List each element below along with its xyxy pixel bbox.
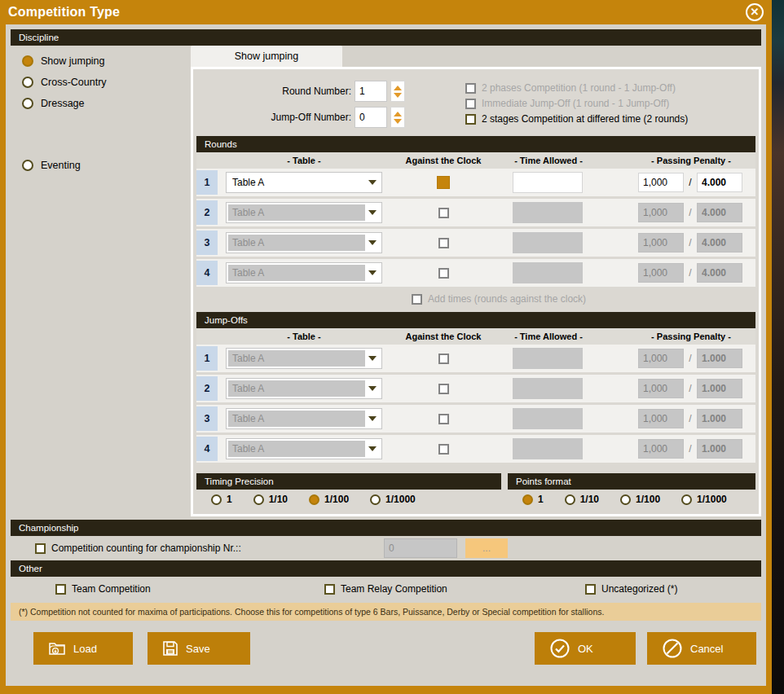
checkbox-icon[interactable] bbox=[35, 543, 46, 554]
checkbox-label: Uncategorized (*) bbox=[601, 583, 677, 595]
load-button[interactable]: Load bbox=[33, 632, 133, 665]
rounds-row-3: 3 Table A / bbox=[196, 229, 755, 257]
penalty-separator: / bbox=[689, 237, 691, 248]
column-header-against-clock: Against the Clock bbox=[406, 332, 482, 341]
timing-radio-1-1000[interactable]: 1/1000 bbox=[370, 494, 416, 505]
penalty-separator: / bbox=[689, 353, 691, 364]
checkbox-icon bbox=[465, 83, 476, 94]
spinner-up-icon[interactable] bbox=[394, 112, 402, 116]
cancel-button[interactable]: Cancel bbox=[647, 632, 756, 665]
cancel-circle-icon bbox=[662, 638, 683, 659]
championship-checkbox-row[interactable]: Competition counting for championship Nr… bbox=[35, 542, 384, 554]
passing-penalty-input-2 bbox=[697, 349, 742, 368]
radio-eventing[interactable]: Eventing bbox=[22, 160, 191, 171]
save-button[interactable]: Save bbox=[148, 632, 250, 665]
dropdown-triangle bbox=[368, 386, 377, 391]
screen: Competition Type ✕ Discipline Show jumpi… bbox=[0, 0, 784, 694]
button-row: Load Save bbox=[11, 632, 761, 665]
table-select-value: Table A bbox=[228, 441, 365, 457]
table-select-value: Table A bbox=[228, 204, 365, 221]
radio-label: 1 bbox=[227, 494, 232, 505]
timing-radio-1-10[interactable]: 1/10 bbox=[253, 494, 288, 505]
dropdown-arrow-icon[interactable] bbox=[365, 180, 380, 185]
load-button-label: Load bbox=[73, 643, 97, 655]
radio-label: 1 bbox=[538, 494, 544, 505]
column-header-against-clock: Against the Clock bbox=[406, 156, 482, 165]
dropdown-triangle bbox=[368, 356, 377, 361]
passing-penalty-input-2 bbox=[697, 379, 742, 398]
radio-label: Show jumping bbox=[41, 55, 105, 67]
spinner-up-icon[interactable] bbox=[394, 86, 402, 90]
dropdown-triangle bbox=[368, 210, 377, 215]
close-icon[interactable]: ✕ bbox=[746, 3, 764, 21]
passing-penalty-input-1[interactable] bbox=[638, 173, 684, 192]
dialog-title: Competition Type bbox=[8, 5, 120, 20]
table-select[interactable]: Table A bbox=[226, 172, 382, 193]
tab-show-jumping[interactable]: Show jumping bbox=[191, 46, 342, 67]
dropdown-arrow-icon bbox=[365, 416, 380, 421]
uncategorized-checkbox[interactable]: Uncategorized (*) bbox=[585, 583, 677, 595]
checkbox-icon[interactable] bbox=[585, 584, 596, 595]
passing-penalty-input-1 bbox=[638, 439, 684, 459]
checkbox-icon bbox=[465, 99, 476, 109]
points-radio-1-10[interactable]: 1/10 bbox=[565, 494, 599, 505]
against-clock-checkbox bbox=[438, 384, 449, 394]
timing-radio-1[interactable]: 1 bbox=[211, 494, 232, 505]
round-number-stepper[interactable] bbox=[390, 81, 405, 102]
against-clock-checkbox bbox=[438, 238, 449, 248]
dropdown-triangle bbox=[368, 180, 377, 185]
points-radio-1-100[interactable]: 1/100 bbox=[620, 494, 660, 505]
rounds-column-headers: - Table - Against the Clock - Time Allow… bbox=[196, 152, 755, 169]
championship-header: Championship bbox=[11, 520, 761, 536]
points-radio-1[interactable]: 1 bbox=[522, 494, 544, 505]
checkbox-icon[interactable] bbox=[324, 584, 335, 595]
checkbox-icon[interactable] bbox=[465, 114, 476, 125]
checkbox-label: 2 phases Competition (1 round - 1 Jump-O… bbox=[482, 82, 676, 94]
jumpoff-number-row: Jump-Off Number: bbox=[255, 107, 465, 128]
round-counters: Round Number: Jump-Off Number: bbox=[196, 81, 465, 128]
team-relay-competition-checkbox[interactable]: Team Relay Competition bbox=[324, 583, 585, 595]
radio-cross-country[interactable]: Cross-Country bbox=[22, 77, 191, 88]
championship-browse-button[interactable]: ... bbox=[465, 538, 508, 558]
against-clock-checkbox[interactable] bbox=[437, 176, 450, 189]
other-header: Other bbox=[11, 560, 761, 577]
close-x-glyph: ✕ bbox=[751, 7, 760, 17]
checkbox-2-stages[interactable]: 2 stages Competition at differed time (2… bbox=[465, 113, 755, 125]
radio-label: Eventing bbox=[41, 160, 81, 171]
against-clock-checkbox bbox=[438, 354, 449, 364]
cancel-button-label: Cancel bbox=[690, 643, 723, 655]
points-radio-1-1000[interactable]: 1/1000 bbox=[681, 494, 727, 505]
row-number-badge: 1 bbox=[196, 170, 218, 195]
check-circle-icon bbox=[549, 638, 570, 659]
radio-dressage[interactable]: Dressage bbox=[22, 98, 191, 109]
spinner-down-icon[interactable] bbox=[394, 93, 402, 98]
table-select: Table A bbox=[226, 202, 382, 223]
checkbox-icon[interactable] bbox=[55, 584, 66, 595]
jumpoff-number-input[interactable] bbox=[355, 107, 387, 128]
spinner-down-icon[interactable] bbox=[394, 119, 402, 124]
team-competition-checkbox[interactable]: Team Competition bbox=[55, 583, 324, 595]
passing-penalty-input-2 bbox=[697, 409, 742, 428]
timing-precision-radios: 1 1/10 1/100 bbox=[196, 490, 501, 509]
passing-penalty-input-2[interactable] bbox=[697, 173, 742, 192]
time-allowed-input[interactable] bbox=[513, 172, 583, 193]
jumpoffs-column-headers: - Table - Against the Clock - Time Allow… bbox=[196, 328, 755, 345]
dropdown-arrow-icon bbox=[365, 386, 380, 391]
table-select: Table A bbox=[226, 232, 382, 253]
row-number-badge: 3 bbox=[196, 231, 218, 255]
add-times-label: Add times (rounds against the clock) bbox=[428, 293, 586, 305]
column-header-passing-penalty: - Passing Penalty - bbox=[651, 156, 731, 165]
dialog-content: Discipline Show jumping Cross-Country Dr… bbox=[6, 24, 766, 686]
round-number-input[interactable] bbox=[355, 81, 387, 102]
ok-button[interactable]: OK bbox=[535, 632, 636, 665]
dropdown-arrow-icon bbox=[365, 240, 380, 245]
passing-penalty-input-2 bbox=[697, 263, 742, 283]
dropdown-arrow-icon bbox=[365, 270, 380, 275]
time-allowed-input bbox=[513, 378, 583, 399]
radio-show-jumping[interactable]: Show jumping bbox=[22, 55, 191, 67]
timing-radio-1-100[interactable]: 1/100 bbox=[309, 494, 349, 505]
dialog-titlebar[interactable]: Competition Type ✕ bbox=[0, 0, 772, 24]
penalty-separator: / bbox=[689, 207, 691, 218]
time-allowed-input bbox=[513, 408, 583, 429]
jumpoff-number-stepper[interactable] bbox=[390, 107, 405, 128]
